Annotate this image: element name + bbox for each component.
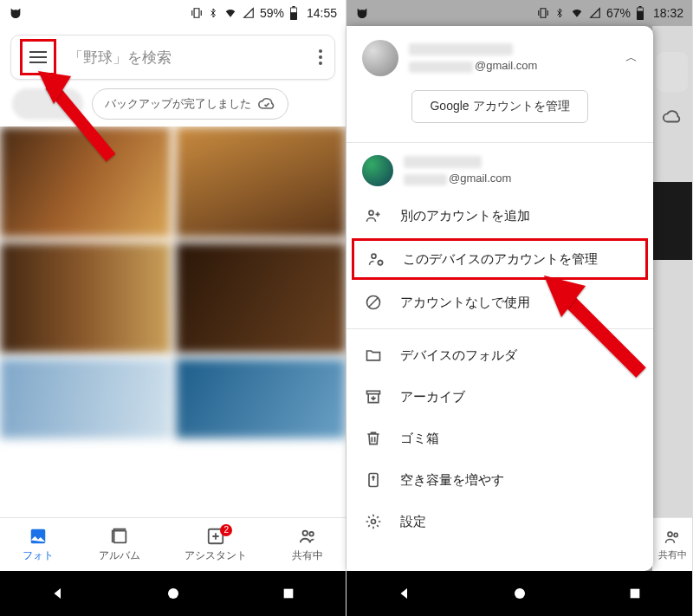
bottom-tabs: フォト アルバム 2 アシスタント 共有中 (0, 517, 346, 571)
manage-google-account-button[interactable]: Google アカウントを管理 (411, 90, 587, 123)
primary-account-row[interactable]: @gmail.com ︿ (346, 26, 653, 85)
clock: 14:55 (307, 6, 337, 20)
folder-icon (364, 346, 383, 365)
menu-trash[interactable]: ゴミ箱 (346, 418, 653, 459)
photo-thumbnail[interactable] (176, 359, 346, 438)
menu-label: ゴミ箱 (400, 431, 439, 447)
menu-label: アカウントなしで使用 (400, 295, 530, 311)
nav-home-button[interactable] (160, 580, 186, 606)
menu-device-folders[interactable]: デバイスのフォルダ (346, 334, 653, 376)
albums-icon (110, 527, 129, 546)
notification-cat-icon (9, 6, 23, 20)
svg-point-24 (515, 588, 525, 599)
avatar (362, 155, 393, 186)
tab-sharing[interactable]: 共有中 (292, 527, 323, 563)
menu-label: 設定 (400, 514, 426, 530)
people-icon (298, 527, 317, 546)
account-name-blurred (404, 156, 482, 168)
svg-point-18 (372, 254, 376, 258)
email-prefix-blurred (404, 174, 447, 185)
photo-thumbnail[interactable] (0, 359, 171, 438)
android-nav-bar (346, 571, 692, 616)
svg-point-17 (369, 211, 373, 215)
photos-icon (29, 527, 48, 546)
phone-left: 59% 14:55 「野球」を検索 バックアップが完了しました (0, 0, 346, 616)
tab-albums[interactable]: アルバム (99, 527, 140, 563)
menu-no-account[interactable]: アカウントなしで使用 (346, 282, 653, 323)
photo-thumbnail[interactable] (176, 126, 346, 237)
svg-rect-5 (113, 530, 126, 542)
account-email: @gmail.com (409, 59, 615, 72)
vibrate-icon (191, 7, 203, 19)
ghost-tab-label: 共有中 (658, 548, 687, 561)
svg-rect-25 (630, 589, 639, 599)
menu-label: 別のアカウントを追加 (400, 208, 530, 224)
tab-assistant[interactable]: 2 アシスタント (185, 527, 247, 563)
menu-label: 空き容量を増やす (400, 472, 504, 489)
background-strip (652, 26, 692, 571)
gear-icon (364, 512, 383, 531)
chip-label: バックアップが完了しました (105, 96, 251, 112)
bluetooth-icon (208, 7, 218, 19)
nav-home-button[interactable] (507, 580, 533, 606)
no-account-icon (364, 293, 383, 312)
trash-icon (364, 429, 383, 448)
overflow-menu-button[interactable] (315, 49, 326, 65)
photo-thumbnail[interactable] (0, 126, 171, 237)
secondary-account-row[interactable]: @gmail.com (346, 148, 653, 193)
status-bar: 59% 14:55 (0, 0, 346, 26)
nav-recents-button[interactable] (622, 580, 648, 606)
chips-row: バックアップが完了しました (0, 88, 346, 126)
email-prefix-blurred (409, 62, 473, 73)
menu-archive[interactable]: アーカイブ (346, 376, 653, 418)
tab-photos[interactable]: フォト (23, 527, 54, 563)
svg-point-19 (379, 261, 383, 265)
phone-right: 67% 18:32 共有中 @gmail.com ︿ (346, 0, 693, 616)
account-menu: 別のアカウントを追加 このデバイスのアカウントを管理 アカウントなしで使用 デバ… (346, 193, 653, 544)
battery-icon (289, 6, 298, 20)
menu-settings[interactable]: 設定 (346, 501, 653, 542)
tab-label: 共有中 (292, 548, 323, 563)
svg-point-7 (303, 530, 308, 535)
person-gear-icon (366, 250, 385, 269)
divider (346, 328, 653, 329)
backup-complete-chip[interactable]: バックアップが完了しました (92, 88, 288, 120)
ghost-dark-block (652, 182, 692, 260)
hamburger-menu-button[interactable] (20, 39, 56, 75)
android-nav-bar (0, 571, 346, 616)
photo-grid[interactable] (0, 126, 346, 517)
tab-label: アルバム (99, 548, 140, 563)
tab-label: アシスタント (185, 548, 247, 563)
search-placeholder: 「野球」を検索 (68, 48, 303, 68)
cloud-check-icon (258, 95, 275, 113)
account-info: @gmail.com (409, 43, 615, 72)
chevron-up-icon[interactable]: ︿ (625, 50, 638, 66)
menu-manage-device-accounts[interactable]: このデバイスのアカウントを管理 (352, 238, 648, 280)
svg-point-9 (168, 588, 178, 599)
menu-free-space[interactable]: 空き容量を増やす (346, 459, 653, 501)
account-drawer: @gmail.com ︿ Google アカウントを管理 @gmail.com … (346, 26, 653, 571)
blurred-chip (12, 88, 83, 120)
svg-rect-21 (367, 391, 380, 393)
svg-rect-3 (291, 8, 296, 12)
svg-point-23 (372, 520, 376, 524)
menu-label: このデバイスのアカウントを管理 (403, 251, 598, 268)
svg-point-8 (309, 531, 314, 535)
ghost-tab-sharing: 共有中 (652, 517, 692, 571)
menu-label: アーカイブ (400, 389, 465, 405)
nav-back-button[interactable] (392, 580, 418, 606)
nav-recents-button[interactable] (275, 580, 301, 606)
menu-add-account[interactable]: 別のアカウントを追加 (346, 195, 653, 237)
svg-rect-10 (283, 589, 293, 599)
photo-thumbnail[interactable] (0, 243, 171, 353)
ghost-search-fragment (657, 52, 688, 92)
svg-rect-2 (291, 13, 296, 19)
search-bar[interactable]: 「野球」を検索 (10, 35, 335, 80)
photo-thumbnail[interactable] (176, 243, 346, 353)
wifi-icon (223, 7, 237, 19)
nav-back-button[interactable] (45, 580, 71, 606)
svg-rect-1 (292, 6, 295, 8)
tab-label: フォト (23, 548, 54, 563)
account-email: @gmail.com (404, 172, 638, 185)
svg-point-15 (668, 532, 672, 536)
